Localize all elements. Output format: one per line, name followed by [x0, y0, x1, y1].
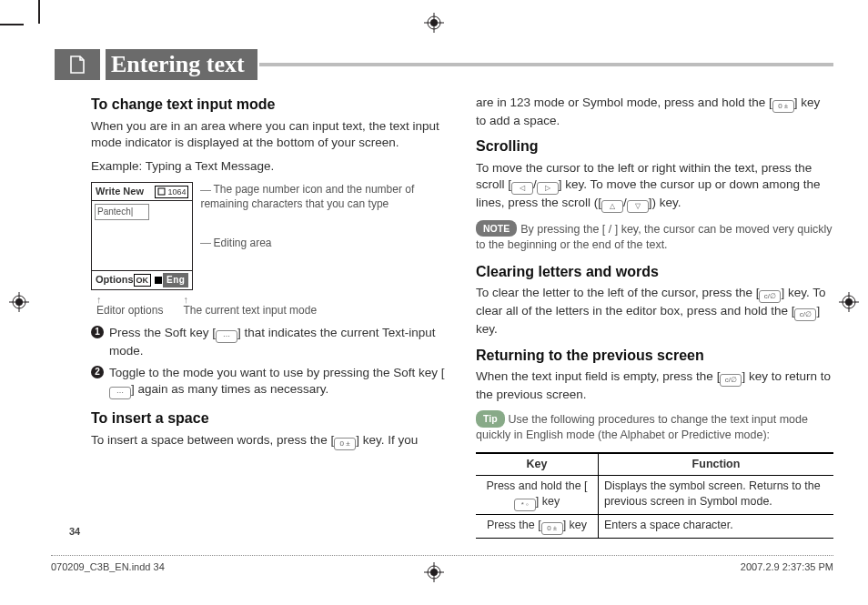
- callout: The current text input mode: [183, 304, 317, 317]
- para: To insert a space between words, press t…: [91, 432, 449, 450]
- heading-scrolling: Scrolling: [476, 136, 833, 156]
- tip-label: Tip: [476, 410, 505, 427]
- key-function-table: KeyFunction Press and hold the [* ◦] key…: [476, 452, 833, 539]
- page-number: 34: [69, 526, 80, 537]
- callouts-below: ↑Editor options ↑The current text input …: [96, 296, 449, 318]
- softkey-options: Options: [96, 273, 134, 287]
- heading-clearing: Clearing letters and words: [476, 262, 833, 282]
- tip-box: TipUse the following procedures to chang…: [476, 410, 833, 443]
- para: are in 123 mode or Symbol mode, press an…: [476, 95, 833, 129]
- page-icon: [157, 187, 166, 196]
- left-key-icon: ◁: [511, 182, 533, 195]
- table-row: Press the [0 ±] key Enters a space chara…: [476, 514, 833, 538]
- down-key-icon: ▽: [627, 200, 649, 213]
- softkey-icon: ⋯: [216, 330, 237, 343]
- callout: The page number icon and the number of r…: [200, 182, 449, 211]
- section-header: Entering text: [55, 49, 833, 80]
- crop-mark: [0, 24, 24, 25]
- para: To move the cursor to the left or right …: [476, 160, 833, 213]
- note-label: NOTE: [476, 220, 517, 237]
- screenshot-with-callouts: Write New 1064 Pantech| Options OK Eng: [91, 182, 449, 289]
- registration-mark-icon: [839, 292, 859, 312]
- clear-key-icon: c/∅: [759, 290, 781, 303]
- footer-timestamp: 2007.2.9 2:37:35 PM: [741, 561, 833, 572]
- step-1: 1Press the Soft key [⋯] that indicates t…: [91, 325, 449, 359]
- svg-rect-16: [158, 188, 165, 195]
- section-icon: [55, 49, 100, 80]
- ok-indicator: OK: [134, 274, 152, 287]
- screenshot-title: Write New: [96, 185, 144, 198]
- menu-icon: [154, 276, 163, 285]
- para: Example: Typing a Text Message.: [91, 158, 449, 175]
- softkey-icon: ⋯: [109, 387, 131, 399]
- phone-screenshot: Write New 1064 Pantech| Options OK Eng: [91, 182, 193, 289]
- th-function: Function: [599, 453, 834, 475]
- crop-mark: [38, 0, 40, 24]
- numbered-steps: 1Press the Soft key [⋯] that indicates t…: [91, 325, 449, 399]
- svg-rect-17: [155, 277, 162, 284]
- up-key-icon: △: [601, 200, 623, 213]
- clear-key-icon: c/∅: [720, 374, 742, 387]
- callout: Editing area: [200, 236, 449, 250]
- zero-key-icon: 0 ±: [772, 100, 794, 113]
- left-column: To change text input mode When you are i…: [91, 95, 449, 541]
- input-mode-indicator: Eng: [163, 273, 188, 287]
- zero-key-icon: 0 ±: [334, 438, 356, 450]
- print-footer: 070209_C3B_EN.indd 34 2007.2.9 2:37:35 P…: [51, 555, 833, 572]
- zero-key-icon: 0 ±: [541, 522, 563, 535]
- registration-mark-icon: [9, 292, 29, 312]
- heading-change-mode: To change text input mode: [91, 95, 449, 115]
- editing-area: Pantech|: [95, 204, 149, 220]
- para: To clear the letter to the left of the c…: [476, 285, 833, 338]
- th-key: Key: [476, 453, 599, 475]
- char-counter-badge: 1064: [155, 186, 188, 198]
- registration-mark-icon: [424, 13, 444, 33]
- note-box: NOTEBy pressing the [ / ] key, the curso…: [476, 220, 833, 253]
- heading-insert-space: To insert a space: [91, 408, 449, 429]
- step-2: 2Toggle to the mode you want to use by p…: [91, 365, 449, 399]
- star-key-icon: * ◦: [514, 499, 536, 511]
- header-rule: [259, 63, 833, 66]
- right-column: are in 123 mode or Symbol mode, press an…: [476, 95, 833, 541]
- para: When the text input field is empty, pres…: [476, 368, 833, 403]
- section-title: Entering text: [106, 49, 257, 80]
- clear-key-icon: c/∅: [794, 308, 816, 321]
- callout: Editor options: [96, 304, 163, 317]
- para: When you are in an area where you can in…: [91, 118, 449, 151]
- table-row: Press and hold the [* ◦] key Displays th…: [476, 476, 833, 515]
- footer-file: 070209_C3B_EN.indd 34: [51, 561, 165, 572]
- right-key-icon: ▷: [537, 182, 559, 195]
- heading-return: Returning to the previous screen: [476, 346, 833, 366]
